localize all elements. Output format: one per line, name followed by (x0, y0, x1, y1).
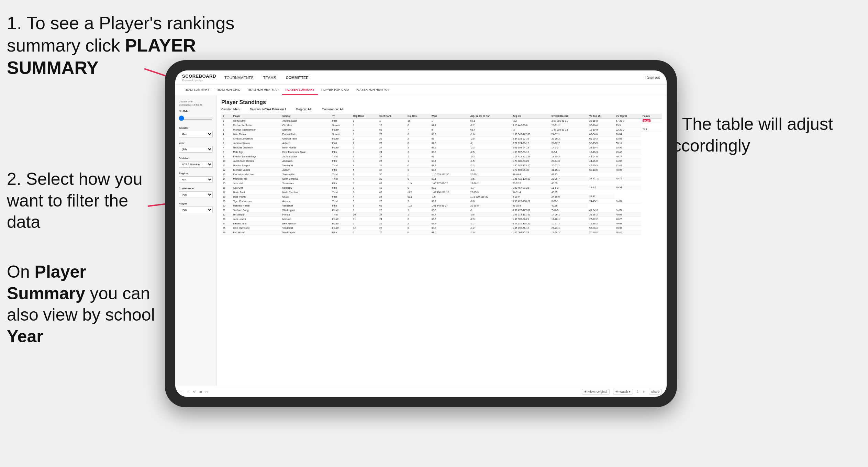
logo-sub: Powered by clipp (182, 79, 216, 82)
table-row: 13Phichaksn MaichonTexas A&MThird630-11.… (221, 172, 662, 177)
table-row: 25Cole SherwoodVanderbiltFourth1223069.3… (221, 226, 662, 230)
table-title: Player Standings (221, 99, 662, 105)
col-overall: Overall Record (550, 114, 588, 119)
annotation-2: 2. Select how you want to filter the dat… (7, 168, 155, 233)
col-player: Player (232, 114, 281, 119)
col-wins: Wins (430, 114, 469, 119)
table-row: 17David FordNorth CarolinaThird969-0.21.… (221, 190, 662, 194)
gender-select[interactable]: Men (179, 131, 213, 137)
filter-division: Division: NCAA Division I (250, 108, 286, 111)
col-conf-rank: Conf Rank (378, 114, 406, 119)
region-label: Region (179, 172, 213, 175)
table-row: 15Jake HallTennesseeFifth788-1.51.66 377… (221, 181, 662, 186)
subnav-team-h2h-grid[interactable]: TEAM H2H GRID (213, 85, 244, 95)
nav-committee[interactable]: COMMITTEE (286, 74, 309, 81)
toolbar-redo[interactable]: → (187, 390, 190, 393)
nav-tournaments[interactable]: TOURNAMENTS (224, 74, 254, 81)
nav-links: TOURNAMENTS TEAMS COMMITTEE (224, 74, 645, 81)
table-row: 10Jacob Skov OlesenArkansasFifth325168.4… (221, 159, 662, 163)
table-row: 4Luke ClatonFlorida StateSecond127668.2-… (221, 132, 662, 136)
nav-sign-out[interactable]: | Sign out (645, 76, 660, 79)
table-row: 14Maxwell FordNorth CarolinaThird423069.… (221, 177, 662, 181)
logo-area: SCOREBOARD Powered by clipp (182, 74, 216, 82)
table-row: 24Bastien AmatNew MexicoFourth127269.4-1… (221, 221, 662, 226)
year-label: Year (179, 142, 213, 145)
division-label: Division (179, 157, 213, 160)
sidebar-division: Division NCAA Division I (179, 157, 213, 168)
division-select[interactable]: NCAA Division I (179, 161, 213, 168)
player-label: Player (179, 202, 213, 205)
table-row: 22Ian GilliganFloridaThird1024168.7-0.81… (221, 212, 662, 217)
table-row: 3Michael ThorbjornsenStanfordFourth28870… (221, 127, 662, 132)
col-no-rds: No. Rds. (406, 114, 430, 119)
table-row: 11Gordon SargentVanderbiltThird421068.7-… (221, 163, 662, 168)
share-button[interactable]: Share (649, 389, 662, 394)
table-row: 18Luke PowellUCLAFirst42469.1-1.81.13 50… (221, 194, 662, 199)
logo-title: SCOREBOARD (182, 74, 216, 79)
year-select[interactable]: (All) (179, 146, 213, 153)
toolbar-grid[interactable]: ⊞ (199, 390, 202, 393)
toolbar-download[interactable]: ⇩ (636, 390, 639, 393)
table-row: 7Nicholas GabrelcikNorth FloridaFourth12… (221, 145, 662, 150)
filter-gender: Gender: Men (221, 108, 240, 111)
sidebar-update-time: Update time: 27/03/2024 16:56:26 (179, 100, 213, 107)
table-row: 2Michael Le SassoOle MissSecond118067.1-… (221, 123, 662, 127)
table-area: Player Standings Gender: Men Division: N… (216, 95, 667, 386)
table-row: 20Matthew RiedelVanderbiltFifth665-1.21.… (221, 203, 662, 208)
col-rank: # (221, 114, 232, 119)
col-vstop50: Vs Top 50 (614, 114, 641, 119)
no-rds-slider[interactable] (179, 115, 213, 121)
subnav-player-h2h-heatmap[interactable]: PLAYER H2H HEATMAP (352, 85, 394, 95)
sidebar-conference: Conference (All) (179, 187, 213, 198)
tablet-screen: SCOREBOARD Powered by clipp TOURNAMENTS … (175, 70, 667, 397)
table-header-row: # Player School Yr Reg Rank Conf Rank No… (221, 114, 662, 119)
col-vstop25: Vs Top 25 (588, 114, 614, 119)
sub-nav: TEAM SUMMARY TEAM H2H GRID TEAM H2H HEAT… (175, 85, 667, 95)
nav-teams[interactable]: TEAMS (263, 74, 276, 81)
standings-table: # Player School Yr Reg Rank Conf Rank No… (221, 114, 662, 235)
table-row: 5Christo LamprechtGeorgia TechFourth2212… (221, 136, 662, 141)
toolbar-undo[interactable]: ← (180, 390, 183, 393)
col-yr: Yr (331, 114, 352, 119)
table-row: 6Jackson KoivunAuburnFirst227667.3-22.72… (221, 141, 662, 145)
conference-select[interactable]: (All) (179, 191, 213, 198)
bottom-toolbar: ← → ↺ ⊞ ◷ 👁 View: Original 👁 Watch ▾ ⇩ ⇧… (175, 386, 667, 397)
no-rds-label: No Rds. (179, 110, 213, 113)
table-row: 12Brendan ValdesAuburnFifth537068.4-1.11… (221, 168, 662, 172)
main-content: Update time: 27/03/2024 16:56:26 No Rds.… (175, 95, 667, 386)
col-points: Points (641, 114, 662, 119)
subnav-player-summary[interactable]: PLAYER SUMMARY (282, 85, 318, 95)
table-row: 19Tiger ChristensenArizonaThird523269.2-… (221, 199, 662, 203)
conference-label: Conference (179, 187, 213, 190)
toolbar-upload[interactable]: ⇧ (643, 390, 645, 393)
sidebar: Update time: 27/03/2024 16:56:26 No Rds.… (175, 95, 216, 386)
filter-region: Region: All (296, 108, 312, 111)
watch-button[interactable]: 👁 Watch ▾ (613, 389, 633, 394)
view-original-button[interactable]: 👁 View: Original (582, 389, 610, 394)
ann4-text1: On (7, 262, 35, 281)
filter-conference: Conference: All (322, 108, 344, 111)
region-select[interactable]: N/A (179, 176, 213, 183)
table-row: 21Taehoon SongWashingtonFourth123169.3-1… (221, 208, 662, 212)
table-row: 9Preston SummerhaysArizona StateThird324… (221, 154, 662, 159)
subnav-player-h2h-grid[interactable]: PLAYER H2H GRID (318, 85, 352, 95)
player-select[interactable]: (All) (179, 207, 213, 213)
sidebar-year: Year (All) (179, 142, 213, 153)
sidebar-region: Region N/A (179, 172, 213, 183)
col-reg-rank: Reg Rank (352, 114, 378, 119)
tablet-device: SCOREBOARD Powered by clipp TOURNAMENTS … (165, 60, 677, 407)
annotation-4: On Player Summary you can also view by s… (7, 261, 158, 347)
sidebar-no-rds: No Rds. (179, 110, 213, 122)
col-avg-sg: Avg SG (511, 114, 550, 119)
col-adj-score: Adj. Score to Par (469, 114, 511, 119)
sidebar-gender: Gender Men (179, 126, 213, 137)
toolbar-clock[interactable]: ◷ (205, 390, 208, 393)
table-filters: Gender: Men Division: NCAA Division I Re… (221, 108, 662, 111)
ann4-bold2: Year (7, 327, 43, 346)
table-row: 8Mats EgeEast Tennessee StateFifth124268… (221, 150, 662, 154)
gender-label: Gender (179, 126, 213, 130)
col-school: School (281, 114, 331, 119)
subnav-team-h2h-heatmap[interactable]: TEAM H2H HEATMAP (244, 85, 282, 95)
subnav-team-summary[interactable]: TEAM SUMMARY (181, 85, 213, 95)
toolbar-refresh[interactable]: ↺ (193, 390, 196, 393)
